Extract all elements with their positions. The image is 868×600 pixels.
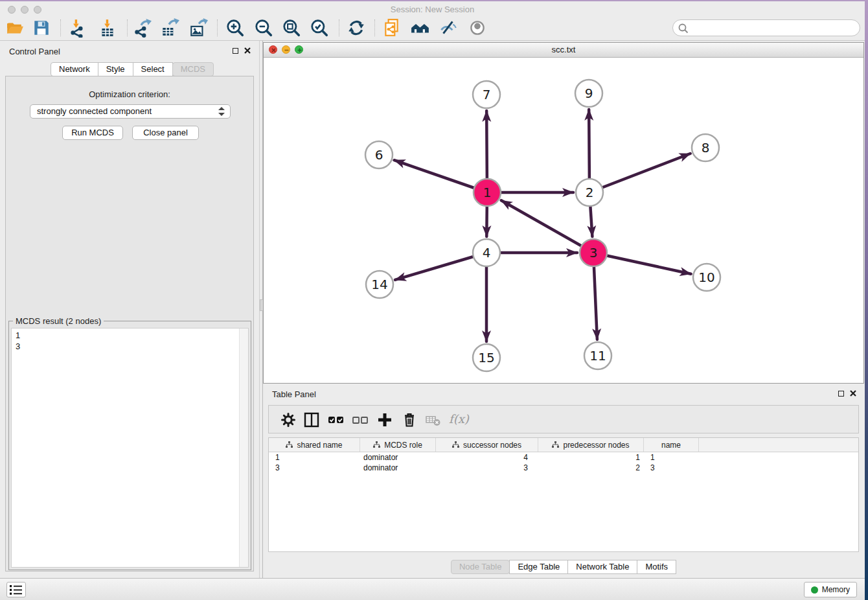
table-cell: 3 — [269, 463, 360, 473]
run-mcds-button[interactable]: Run MCDS — [62, 126, 123, 140]
float-panel-icon[interactable] — [838, 391, 844, 397]
memory-status-icon — [811, 586, 818, 594]
status-bar: Memory — [0, 578, 865, 600]
network-window-titlebar[interactable]: scc.txt — [264, 43, 863, 58]
mcds-result-area[interactable]: 1 3 — [11, 328, 249, 568]
zoom-out-icon[interactable] — [254, 18, 273, 38]
toolbar-separator — [339, 19, 339, 36]
tab-style[interactable]: Style — [98, 62, 133, 76]
toolbar-separator — [217, 19, 218, 36]
application-window: Session: New Session — [0, 0, 868, 600]
column-header-mcds-role[interactable]: MCDS role — [360, 438, 436, 452]
table-cell: dominator — [360, 463, 436, 473]
toolbar-separator — [60, 19, 61, 36]
network-window-title: scc.txt — [264, 45, 863, 54]
graph-node-label: 1 — [483, 185, 492, 200]
table-cell: dominator — [360, 452, 436, 463]
import-table-icon[interactable] — [98, 18, 117, 38]
graph-node-label: 2 — [586, 185, 594, 200]
mcds-result-title: MCDS result (2 nodes) — [13, 316, 104, 326]
table-row[interactable]: 1dominator411 — [269, 452, 858, 463]
graph-edge-3-1[interactable] — [501, 200, 593, 253]
table-cell: 1 — [269, 452, 360, 463]
search-input[interactable] — [672, 19, 860, 36]
save-icon[interactable] — [32, 18, 51, 38]
column-header-name[interactable]: name — [644, 438, 699, 452]
zoom-in-icon[interactable] — [225, 18, 245, 38]
result-scrollbar[interactable] — [239, 329, 248, 567]
desktop-edge — [865, 0, 868, 600]
network-graph-canvas[interactable]: 7968124314101511 — [264, 57, 863, 383]
toolbar-separator — [374, 19, 375, 36]
control-panel-window-buttons — [233, 47, 251, 54]
float-panel-icon[interactable] — [233, 48, 238, 54]
control-panel-title: Control Panel — [9, 47, 60, 56]
hierarchy-icon — [552, 441, 559, 448]
select-all-icon[interactable] — [327, 411, 345, 429]
table-toolbar: f(x) — [268, 405, 859, 433]
export-table-icon[interactable] — [160, 18, 179, 38]
table-cell: 2 — [538, 463, 644, 473]
close-panel-icon[interactable] — [244, 47, 251, 54]
column-header-successor-nodes[interactable]: successor nodes — [436, 438, 538, 452]
table-tabs: Node Table Edge Table Network Table Moti… — [263, 560, 864, 574]
control-panel-tabs: Network Style Select MCDS — [51, 62, 214, 76]
show-panel-button[interactable] — [6, 582, 26, 597]
tab-motifs[interactable]: Motifs — [637, 560, 676, 574]
deselect-all-icon[interactable] — [351, 411, 369, 429]
network-view-window: scc.txt 7968124314101511 — [263, 42, 864, 384]
criterion-value: strongly connected component — [37, 106, 152, 116]
trash-icon[interactable] — [400, 411, 418, 429]
zoom-selected-icon[interactable] — [310, 18, 329, 38]
graph-edge-3-10[interactable] — [593, 253, 691, 274]
home-icon[interactable] — [411, 18, 430, 38]
tab-edge-table[interactable]: Edge Table — [509, 560, 568, 574]
mcds-result-text: 1 3 — [12, 329, 248, 353]
graph-node-label: 14 — [371, 277, 387, 292]
delete-table-icon[interactable] — [424, 411, 442, 429]
gear-icon[interactable] — [279, 411, 297, 429]
network-document-icon[interactable] — [382, 18, 402, 38]
graph-node-label: 11 — [589, 348, 606, 363]
graph-node-label: 9 — [585, 86, 593, 101]
graph-node-label: 6 — [375, 147, 383, 163]
graph-node-label: 7 — [483, 87, 491, 102]
table-cell: 1 — [644, 452, 699, 463]
refresh-icon[interactable] — [347, 18, 366, 38]
hide-visual-icon[interactable] — [439, 18, 458, 38]
main-toolbar — [0, 17, 865, 41]
export-image-icon[interactable] — [188, 18, 208, 38]
graph-edge-1-6[interactable] — [394, 160, 487, 192]
graph-node-label: 10 — [698, 270, 714, 285]
function-icon[interactable]: f(x) — [449, 412, 469, 426]
node-table: shared name MCDS role successor nodes pr… — [268, 437, 859, 552]
import-network-icon[interactable] — [67, 18, 87, 38]
memory-button[interactable]: Memory — [804, 582, 857, 597]
tab-mcds[interactable]: MCDS — [172, 62, 214, 76]
export-network-icon[interactable] — [132, 18, 152, 38]
tab-network[interactable]: Network — [51, 62, 98, 76]
list-icon — [10, 585, 23, 595]
table-cell: 3 — [436, 463, 538, 473]
mcds-result-box: MCDS result (2 nodes) 1 3 — [8, 321, 251, 570]
close-panel-icon[interactable] — [850, 390, 856, 397]
add-icon[interactable] — [376, 411, 394, 429]
criterion-dropdown[interactable]: strongly connected component — [30, 104, 231, 119]
graph-edge-2-8[interactable] — [589, 154, 691, 192]
table-panel: Table Panel — [263, 385, 864, 575]
table-panel-window-buttons — [838, 390, 856, 397]
columns-icon[interactable] — [303, 411, 321, 429]
close-panel-button[interactable]: Close panel — [132, 126, 199, 140]
tab-node-table[interactable]: Node Table — [451, 560, 510, 574]
open-folder-icon[interactable] — [5, 18, 25, 38]
tab-select[interactable]: Select — [133, 62, 173, 76]
zoom-fit-icon[interactable] — [282, 18, 301, 38]
optimization-criterion-label: Optimization criterion: — [6, 89, 253, 99]
column-header-shared-name[interactable]: shared name — [269, 438, 360, 452]
eye-icon[interactable] — [468, 18, 487, 38]
graph-node-label: 15 — [478, 350, 494, 365]
tab-network-table[interactable]: Network Table — [567, 560, 637, 574]
column-header-predecessor-nodes[interactable]: predecessor nodes — [538, 438, 644, 452]
table-row[interactable]: 3dominator323 — [269, 463, 858, 473]
hierarchy-icon — [452, 441, 459, 448]
